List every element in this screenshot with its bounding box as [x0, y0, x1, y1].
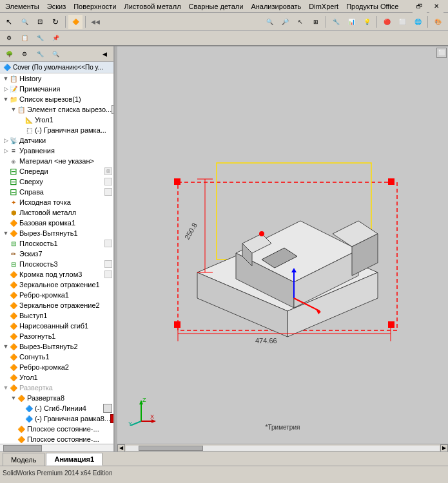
vp-tool5[interactable]: 🔧 [329, 15, 343, 29]
tree-item-flatten[interactable]: ▼ 🔶 Развертка [0, 383, 113, 393]
menu-elements[interactable]: Элементы [1, 1, 43, 12]
expand-cutlist-item[interactable]: ▼ [10, 106, 17, 113]
expand-cut-extrude1[interactable]: ▼ [3, 230, 9, 236]
tree-item-top[interactable]: ▷ ⊟ Сверху [0, 176, 113, 187]
restore-btn[interactable]: 🗗 [413, 0, 427, 14]
vp-tool2[interactable]: 🔎 [278, 15, 292, 29]
left-tool3[interactable]: 🔧 [33, 31, 47, 45]
part-btn[interactable]: 🔶 [68, 15, 83, 29]
tree-h-scrollbar[interactable] [0, 444, 113, 451]
tree-item-history[interactable]: ▼ 📋 History [0, 73, 113, 84]
menu-sheetmetal[interactable]: Листовой металл [120, 1, 184, 12]
tree-item-fold1[interactable]: ▷ 🔶 Согнуть1 [0, 352, 113, 362]
tree-item-ugol1[interactable]: ▷ 📐 Угол1 [0, 115, 113, 125]
tree-item-edge-bend3[interactable]: ▷ 🔶 Кромка под углом3 [0, 269, 113, 279]
propmgr-btn[interactable]: ⚙ [17, 47, 32, 61]
tab-animation[interactable]: Анимация1 [46, 453, 102, 466]
tree-item-cutlist[interactable]: ▼ 📁 Список вырезов(1) [0, 94, 113, 104]
collapse-tree-btn[interactable]: ◀ [97, 47, 112, 61]
left-tool4[interactable]: 📌 [48, 31, 63, 45]
vp-tool6[interactable]: 📊 [344, 15, 358, 29]
tab-model[interactable]: Модель [3, 453, 44, 466]
zoom-area-btn[interactable]: 🔍 [17, 15, 32, 29]
3d-viewport[interactable]: ⬜ [117, 46, 448, 451]
rotate-btn[interactable]: ↻ [48, 15, 63, 29]
tree-item-sketch7[interactable]: ▷ ✏ Эскиз7 [0, 249, 113, 259]
tree-h-thumb[interactable] [3, 445, 42, 451]
feature-tree[interactable]: ▼ 📋 History ▷ 📝 Примечания ▼ 📁 Список вы… [0, 73, 113, 444]
tree-item-sensors[interactable]: ▷ 📡 Датчики [0, 135, 113, 146]
tree-item-cut-extrude1[interactable]: ▼ 🔶 Вырез-Вытянуть1 [0, 228, 113, 238]
tree-item-bound-frame8[interactable]: ▷ 🔷 (-) Граничная рамка8... [0, 413, 113, 424]
tree-item-notes[interactable]: ▷ 📝 Примечания [0, 84, 113, 94]
tree-item-mirror2[interactable]: ▷ 🔶 Зеркальное отражение2 [0, 300, 113, 310]
left-tool2[interactable]: 📋 [17, 31, 32, 45]
tree-item-right[interactable]: ▷ ⊟ Справа [0, 187, 113, 197]
tree-item-sketched-bend1[interactable]: ▷ 🔶 Нарисованный сгиб1 [0, 321, 113, 331]
tree-item-mirror1[interactable]: ▷ 🔶 Зеркальное отражение1 [0, 279, 113, 290]
tree-item-bound-frame1[interactable]: ▷ ⬚ (-) Граничная рамка... [0, 125, 113, 135]
vp-tool3[interactable]: ↖ [293, 15, 307, 29]
tree-item-equations[interactable]: ▷ = Уравнения [0, 146, 113, 156]
tree-item-bend-lines4[interactable]: ▷ 🔷 (-) Сгиб-Линии4 [0, 403, 113, 413]
tree-item-material[interactable]: ▷ ◈ Материал <не указан> [0, 156, 113, 166]
vp-tool10[interactable]: 🌐 [411, 15, 425, 29]
tree-item-sheetmetal[interactable]: ▷ ⬢ Листовой металл [0, 207, 113, 218]
h-scroll-track[interactable] [126, 446, 440, 451]
vp-tool1[interactable]: 🔍 [262, 15, 277, 29]
expand-flatten[interactable]: ▼ [3, 384, 9, 391]
expand-notes[interactable]: ▷ [3, 86, 9, 92]
menu-dimxpert[interactable]: DimXpert [305, 1, 342, 12]
menu-weldments[interactable]: Сварные детали [185, 1, 248, 12]
expand-cut-extrude2[interactable]: ▼ [3, 343, 9, 350]
vp-tool7[interactable]: 💡 [360, 15, 374, 29]
view-type-btn[interactable]: ⬜ [436, 48, 447, 58]
expand-history[interactable]: ▼ [3, 75, 9, 82]
tree-item-cut-extrude2[interactable]: ▼ 🔶 Вырез-Вытянуть2 [0, 341, 113, 352]
zoom-fit-btn[interactable]: ⊡ [33, 15, 47, 29]
vp-tool8[interactable]: 🔴 [380, 15, 394, 29]
plane3-icon: ⊟ [9, 260, 18, 269]
tree-root-item[interactable]: 🔷 Cover (По умолчанию<<По у... [0, 62, 113, 73]
menu-office[interactable]: Продукты Office [342, 1, 402, 12]
tree-item-rib1[interactable]: ▷ 🔶 Ребро-кромка1 [0, 290, 113, 300]
ugol1-label: Угол1 [35, 116, 54, 124]
vp-tool4[interactable]: ⊞ [309, 15, 323, 29]
search-btn[interactable]: 🔍 [48, 47, 63, 61]
tree-item-base-edge1[interactable]: ▷ 🔶 Базовая кромка1 [0, 218, 113, 228]
select-tool-btn[interactable]: ↖ [2, 15, 16, 29]
tree-item-boss1[interactable]: ▷ 🔶 Выступ1 [0, 310, 113, 321]
expand-cutlist[interactable]: ▼ [3, 96, 9, 102]
origin-icon: ✦ [9, 198, 18, 207]
viewport-h-scrollbar[interactable]: ◀ ▶ [117, 444, 448, 451]
vp-tool9[interactable]: ⬜ [395, 15, 409, 29]
tree-item-rib2[interactable]: ▷ 🔶 Ребро-кромка2 [0, 362, 113, 372]
tree-item-unfold1[interactable]: ▷ 🔶 Разогнуть1 [0, 331, 113, 341]
history-label: History [19, 75, 41, 82]
close-btn[interactable]: ✕ [429, 0, 443, 14]
menu-surfaces[interactable]: Поверхности [70, 1, 120, 12]
tree-item-flat2[interactable]: ▷ 🔶 Плоское состояние-... [0, 434, 113, 444]
tree-item-flat1[interactable]: ▷ 🔶 Плоское состояние-... [0, 424, 113, 434]
scroll-left-btn[interactable]: ◀ [117, 444, 125, 452]
expand-equations[interactable]: ▷ [3, 147, 9, 154]
plane-icon-c [104, 188, 112, 196]
menu-sketch[interactable]: Эскиз [43, 1, 70, 12]
expand-sensors[interactable]: ▷ [3, 137, 9, 144]
tree-item-plane3[interactable]: ▷ ⊟ Плоскость3 [0, 259, 113, 269]
menu-analyze[interactable]: Анализировать [247, 1, 305, 12]
left-tool1[interactable]: ⚙ [2, 31, 16, 45]
featuremgr-btn[interactable]: 🌳 [2, 47, 16, 61]
tree-item-origin[interactable]: ▷ ✦ Исходная точка [0, 197, 113, 207]
tree-item-plane1[interactable]: ▷ ⊟ Плоскость1 [0, 238, 113, 249]
tree-item-front[interactable]: ▷ ⊟ Спереди ⊞ [0, 166, 113, 176]
expand-flatten8[interactable]: ▼ [10, 395, 17, 401]
tree-item-flatten8[interactable]: ▼ 🔶 Развертка8 [0, 393, 113, 403]
tree-item-cutlist-item[interactable]: ▼ 📋 Элемент списка вырезо... ⬜ [0, 104, 113, 115]
scroll-right-btn[interactable]: ▶ [440, 444, 448, 452]
collapse-btn[interactable]: ◀◀ [88, 15, 102, 29]
h-scroll-thumb[interactable] [139, 446, 203, 451]
tree-item-ugol1b[interactable]: ▷ 🔶 Угол1 [0, 372, 113, 383]
confmgr-btn[interactable]: 🔧 [33, 47, 47, 61]
vp-tool11[interactable]: 🎨 [431, 15, 445, 29]
